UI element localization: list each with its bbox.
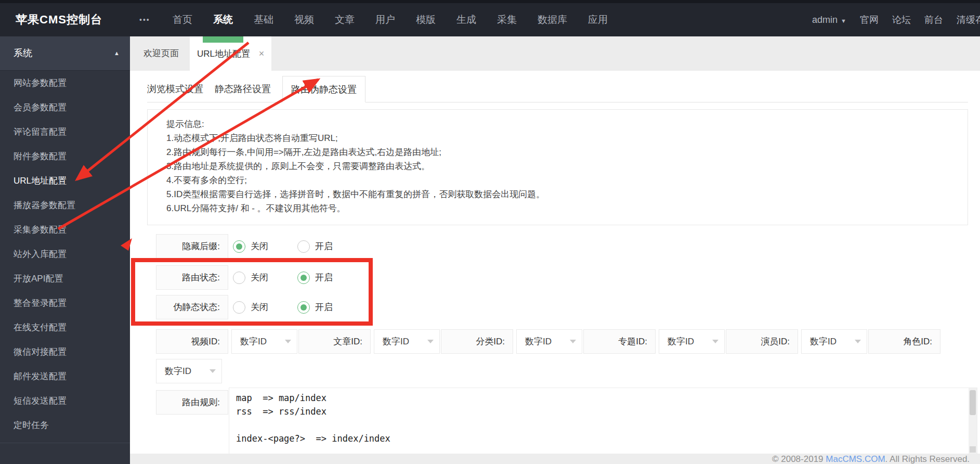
tab-welcome[interactable]: 欢迎页面 bbox=[133, 36, 190, 71]
tip-line-6: 6.URL分隔符支持/ 和 - 。不建议用其他符号。 bbox=[166, 201, 957, 215]
sidebar-item-wechat[interactable]: 微信对接配置 bbox=[0, 340, 130, 364]
actor-id-select[interactable]: 数字ID bbox=[801, 329, 867, 354]
top-navbar: 苹果CMS控制台 ••• 首页 系统 基础 视频 文章 用户 模版 生成 采集 … bbox=[0, 0, 980, 36]
sidebar-item-oauth-login[interactable]: 整合登录配置 bbox=[0, 291, 130, 315]
route-status-label: 路由状态: bbox=[156, 265, 228, 290]
link-frontend[interactable]: 前台 bbox=[924, 3, 943, 36]
route-status-on-radio[interactable]: 开启 bbox=[297, 272, 333, 284]
rewrite-status-label: 伪静态状态: bbox=[156, 295, 228, 319]
sidebar-item-cron[interactable]: 定时任务 bbox=[0, 413, 130, 437]
nav-item-system[interactable]: 系统 bbox=[203, 3, 243, 36]
route-status-off-radio[interactable]: 关闭 bbox=[233, 272, 268, 284]
sidebar-item-online-payment[interactable]: 在线支付配置 bbox=[0, 315, 130, 340]
scrollbar-end-button[interactable] bbox=[970, 446, 976, 453]
sidebar-item-collect-params[interactable]: 采集参数配置 bbox=[0, 217, 130, 242]
radio-unchecked-icon[interactable] bbox=[233, 301, 245, 314]
user-menu[interactable]: admin▼ bbox=[812, 3, 846, 36]
select-value: 数字ID bbox=[810, 337, 837, 346]
rewrite-status-on-radio[interactable]: 开启 bbox=[297, 301, 333, 314]
nav-item-template[interactable]: 模版 bbox=[406, 3, 446, 36]
topic-id-select[interactable]: 数字ID bbox=[659, 329, 725, 354]
sidebar-item-sms[interactable]: 短信发送配置 bbox=[0, 389, 130, 413]
radio-unchecked-icon[interactable] bbox=[233, 272, 245, 284]
main-nav: 首页 系统 基础 视频 文章 用户 模版 生成 采集 数据库 应用 bbox=[162, 3, 618, 36]
radio-unchecked-icon[interactable] bbox=[297, 240, 310, 253]
select-value: 数字ID bbox=[240, 337, 267, 346]
dropdown-arrow-icon bbox=[712, 340, 718, 343]
select-value: 数字ID bbox=[668, 337, 694, 346]
tip-line-3: 3.路由地址是系统提供的，原则上不会变，只需要调整路由表达式。 bbox=[166, 159, 957, 173]
dropdown-arrow-icon bbox=[285, 340, 291, 343]
radio-checked-icon[interactable] bbox=[297, 272, 310, 284]
hide-suffix-label: 隐藏后缀: bbox=[156, 234, 228, 259]
select-value: 数字ID bbox=[165, 366, 191, 376]
nav-item-collect[interactable]: 采集 bbox=[487, 3, 527, 36]
tips-title: 提示信息: bbox=[166, 117, 957, 131]
subtab-browse-mode[interactable]: 浏览模式设置 bbox=[147, 76, 203, 102]
sidebar-item-external-storage[interactable]: 站外入库配置 bbox=[0, 242, 130, 266]
row-rewrite-status: 伪静态状态: 关闭 开启 bbox=[156, 295, 333, 319]
category-id-select[interactable]: 数字ID bbox=[516, 329, 582, 354]
sidebar-group-system[interactable]: 系统 ▲ bbox=[0, 36, 130, 71]
radio-checked-icon[interactable] bbox=[297, 301, 310, 314]
row-route-status: 路由状态: 关闭 开启 bbox=[156, 265, 333, 290]
tips-box: 提示信息: 1.动态模式下,开启路由状态将自动重写URL; 2.路由规则每行一条… bbox=[147, 109, 968, 225]
nav-item-base[interactable]: 基础 bbox=[243, 3, 284, 36]
link-forum[interactable]: 论坛 bbox=[892, 3, 911, 36]
copyright-suffix: . All Rights Reserved. bbox=[885, 454, 970, 464]
sidebar-menu: 网站参数配置 会员参数配置 评论留言配置 附件参数配置 URL地址配置 播放器参… bbox=[0, 71, 130, 437]
route-rules-value[interactable]: map => map/index rss => rss/index index-… bbox=[229, 388, 968, 454]
video-id-select[interactable]: 数字ID bbox=[231, 329, 297, 354]
sidebar-item-email[interactable]: 邮件发送配置 bbox=[0, 364, 130, 389]
sidebar-group-label: 系统 bbox=[14, 48, 32, 58]
close-icon[interactable]: × bbox=[259, 48, 265, 59]
sidebar-item-attachment-params[interactable]: 附件参数配置 bbox=[0, 144, 130, 169]
article-id-select[interactable]: 数字ID bbox=[374, 329, 440, 354]
nav-item-home[interactable]: 首页 bbox=[162, 3, 203, 36]
rewrite-status-off-radio[interactable]: 关闭 bbox=[233, 301, 268, 314]
nav-overflow-dots-icon[interactable]: ••• bbox=[139, 3, 150, 36]
sidebar-item-comment-config[interactable]: 评论留言配置 bbox=[0, 120, 130, 144]
footer-bar: © 2008-2019 MacCMS.COM. All Rights Reser… bbox=[130, 454, 980, 464]
copyright-prefix: © 2008-2019 bbox=[772, 454, 826, 464]
group-role-id: 角色ID: bbox=[868, 329, 940, 354]
topbar-right-links: admin▼ 官网 论坛 前台 清缓存 bbox=[812, 3, 980, 36]
active-nav-underline bbox=[203, 36, 243, 43]
nav-item-generate[interactable]: 生成 bbox=[446, 3, 487, 36]
sidebar-item-member-params[interactable]: 会员参数配置 bbox=[0, 95, 130, 120]
radio-checked-icon[interactable] bbox=[233, 240, 245, 253]
group-category-id: 分类ID: 数字ID bbox=[441, 329, 582, 354]
route-rules-textarea[interactable]: map => map/index rss => rss/index index-… bbox=[229, 388, 977, 454]
nav-item-app[interactable]: 应用 bbox=[578, 3, 618, 36]
link-clear-cache[interactable]: 清缓存 bbox=[957, 3, 980, 36]
sidebar-item-open-api[interactable]: 开放API配置 bbox=[0, 266, 130, 291]
settings-subtabs: 浏览模式设置 静态路径设置 路由伪静态设置 bbox=[147, 76, 968, 102]
nav-item-video[interactable]: 视频 bbox=[284, 3, 324, 36]
link-official-site[interactable]: 官网 bbox=[860, 3, 879, 36]
group-video-id: 视频ID: 数字ID bbox=[156, 329, 297, 354]
scrollbar-track[interactable] bbox=[969, 388, 977, 454]
group-role-id-select-wrapped: 数字ID bbox=[156, 359, 222, 383]
topic-id-label: 专题ID: bbox=[583, 329, 656, 354]
row-route-rules: 路由规则: bbox=[156, 390, 228, 415]
hide-suffix-off-radio[interactable]: 关闭 bbox=[233, 240, 268, 253]
role-id-select[interactable]: 数字ID bbox=[156, 359, 222, 383]
maccms-link[interactable]: MacCMS.COM bbox=[826, 454, 885, 464]
nav-item-article[interactable]: 文章 bbox=[324, 3, 365, 36]
sidebar-item-url-config[interactable]: URL地址配置 bbox=[0, 169, 130, 193]
hide-suffix-on-radio[interactable]: 开启 bbox=[297, 240, 333, 253]
tip-line-4: 4.不要有多余的空行; bbox=[166, 173, 957, 187]
row-hide-suffix: 隐藏后缀: 关闭 开启 bbox=[156, 234, 333, 259]
scrollbar-thumb[interactable] bbox=[970, 390, 976, 415]
nav-item-database[interactable]: 数据库 bbox=[527, 3, 578, 36]
group-topic-id: 专题ID: 数字ID bbox=[583, 329, 725, 354]
sidebar-item-player-params[interactable]: 播放器参数配置 bbox=[0, 193, 130, 217]
main-content: 欢迎页面 URL地址配置 × 浏览模式设置 静态路径设置 路由伪静态设置 提示信… bbox=[130, 36, 980, 464]
group-actor-id: 演员ID: 数字ID bbox=[726, 329, 867, 354]
nav-item-user[interactable]: 用户 bbox=[365, 3, 406, 36]
select-value: 数字ID bbox=[383, 337, 409, 346]
subtab-static-path[interactable]: 静态路径设置 bbox=[215, 76, 271, 102]
subtab-route-rewrite[interactable]: 路由伪静态设置 bbox=[282, 76, 365, 102]
sidebar-item-site-params[interactable]: 网站参数配置 bbox=[0, 71, 130, 95]
dropdown-arrow-icon bbox=[427, 340, 434, 343]
